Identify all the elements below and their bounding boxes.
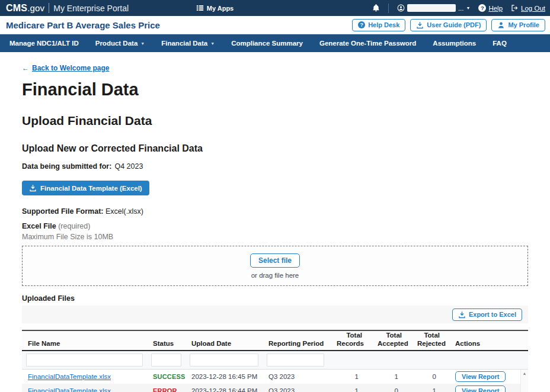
app-header: Medicare Part B Average Sales Price ? He… [0, 16, 550, 34]
export-to-excel-button[interactable]: Export to Excel [452, 309, 522, 321]
my-apps-button[interactable]: My Apps [196, 4, 234, 12]
view-report-button[interactable]: View Report [455, 385, 506, 392]
upload-date-cell: 2023-12-28 16:44 PM [186, 387, 263, 392]
section-title: Upload Financial Data [22, 114, 528, 128]
col-upload-date: Upload Date [186, 339, 263, 351]
nav-faq[interactable]: FAQ [484, 34, 515, 52]
total-records-cell: 1 [331, 373, 372, 380]
subsection-title: Upload New or Corrected Financial Data [22, 143, 528, 154]
question-circle-icon: ? [358, 21, 365, 28]
filter-reporting-period-input[interactable] [267, 354, 324, 367]
table-body: FinancialDataTemplate.xlsx SUCCESS 2023-… [22, 369, 528, 392]
user-guide-button[interactable]: User Guide (PDF) [410, 19, 487, 31]
bell-icon [372, 4, 380, 12]
scroll-up-icon: ▲ [523, 371, 527, 375]
uploaded-files-title: Uploaded Files [22, 294, 528, 303]
user-menu[interactable]: ... ▼ [397, 4, 471, 12]
excel-file-label: Excel File (required) [22, 222, 528, 230]
col-total-rejected: Total Rejected [411, 331, 449, 352]
filter-upload-date-input[interactable] [190, 354, 258, 367]
help-desk-button[interactable]: ? Help Desk [352, 19, 405, 31]
portal-name: My Enterprise Portal [53, 4, 129, 13]
col-file-name: File Name [22, 339, 147, 351]
filter-status-input[interactable] [151, 354, 181, 367]
col-status: Status [147, 339, 186, 351]
top-bar: CMS.gov My Enterprise Portal My Apps ... [0, 0, 550, 16]
file-name-link[interactable]: FinancialDataTemplate.xlsx [28, 373, 111, 380]
cms-brand[interactable]: CMS.gov My Enterprise Portal [6, 3, 129, 14]
chevron-down-icon: ▼ [466, 6, 470, 10]
notifications-button[interactable] [372, 4, 380, 12]
submitting-for-label: Data being submitted for: [22, 162, 111, 171]
submitting-for-value: Q4 2023 [114, 162, 143, 171]
brand-divider [49, 3, 49, 13]
max-file-size-note: Maximum File Size is 10MB [22, 233, 528, 241]
download-icon [458, 311, 466, 319]
help-link[interactable]: ? Help [478, 4, 503, 12]
select-file-button[interactable]: Select file [250, 253, 300, 268]
financial-data-template-button[interactable]: Financial Data Template (Excel) [22, 181, 149, 195]
download-icon [29, 184, 37, 192]
col-total-accepted: Total Accepted [372, 331, 411, 352]
main-nav: Manage NDC1/ALT ID Product Data▼ Financi… [0, 34, 550, 52]
status-badge: SUCCESS [153, 373, 186, 380]
chevron-down-icon: ▼ [140, 41, 145, 46]
chevron-down-icon: ▼ [210, 41, 215, 46]
arrow-left-icon: ← [22, 64, 29, 72]
reporting-period-cell: Q3 2023 [263, 387, 331, 392]
view-report-button[interactable]: View Report [455, 371, 506, 382]
table-row: FinancialDataTemplate.xlsx ERROR 2023-12… [22, 384, 528, 392]
person-icon [497, 21, 505, 29]
my-profile-button[interactable]: My Profile [491, 19, 545, 31]
upload-date-cell: 2023-12-28 16:45 PM [186, 373, 263, 380]
user-name-redacted [407, 4, 456, 12]
topbar-divider [388, 4, 389, 13]
table-filter-row [22, 351, 528, 369]
user-circle-icon [397, 4, 405, 12]
main-content: ← Back to Welcome page Financial Data Up… [0, 52, 550, 392]
user-name-ellipsis: ... [458, 5, 464, 12]
log-out-link[interactable]: Log Out [511, 4, 545, 12]
log-out-icon [511, 4, 519, 12]
my-apps-label: My Apps [207, 5, 234, 12]
col-reporting-period: Reporting Period [263, 339, 331, 351]
nav-product-data[interactable]: Product Data▼ [87, 34, 154, 52]
table-header-row: File Name Status Upload Date Reporting P… [22, 330, 528, 351]
back-to-welcome-link[interactable]: ← Back to Welcome page [22, 64, 110, 72]
total-records-cell: 1 [331, 387, 372, 392]
filter-file-name-input[interactable] [26, 354, 143, 367]
page-title: Financial Data [22, 80, 528, 99]
submitting-for-line: Data being submitted for:Q4 2023 [22, 162, 528, 171]
reporting-period-cell: Q3 2023 [263, 373, 331, 380]
nav-assumptions[interactable]: Assumptions [424, 34, 484, 52]
table-scrollbar[interactable]: ▲ [520, 369, 528, 392]
col-actions: Actions [449, 339, 528, 351]
question-circle-icon: ? [478, 4, 486, 12]
file-dropzone[interactable]: Select file or drag file here [22, 246, 528, 286]
nav-financial-data[interactable]: Financial Data▼ [153, 34, 223, 52]
table-gap [22, 323, 528, 330]
total-accepted-cell: 0 [372, 387, 411, 392]
total-rejected-cell: 1 [411, 387, 449, 392]
nav-generate-otp[interactable]: Generate One-Time Password [311, 34, 424, 52]
nav-manage-ndc-alt-id[interactable]: Manage NDC1/ALT ID [1, 34, 87, 52]
file-name-link[interactable]: FinancialDataTemplate.xlsx [28, 387, 111, 392]
total-rejected-cell: 0 [411, 373, 449, 380]
table-row: FinancialDataTemplate.xlsx SUCCESS 2023-… [22, 369, 528, 384]
app-title: Medicare Part B Average Sales Price [6, 20, 160, 30]
cms-logo: CMS.gov [6, 3, 44, 14]
nav-compliance-summary[interactable]: Compliance Summary [223, 34, 311, 52]
supported-format-line: Supported File Format: Excel(.xlsx) [22, 207, 528, 216]
uploaded-files-table: Export to Excel File Name Status Upload … [22, 306, 528, 392]
status-badge: ERROR [153, 387, 177, 392]
drag-file-text: or drag file here [251, 272, 299, 279]
download-icon [416, 21, 424, 29]
table-toolbar: Export to Excel [22, 306, 528, 323]
col-total-records: Total Records [331, 331, 372, 352]
apps-list-icon [196, 4, 204, 12]
total-accepted-cell: 1 [372, 373, 411, 380]
